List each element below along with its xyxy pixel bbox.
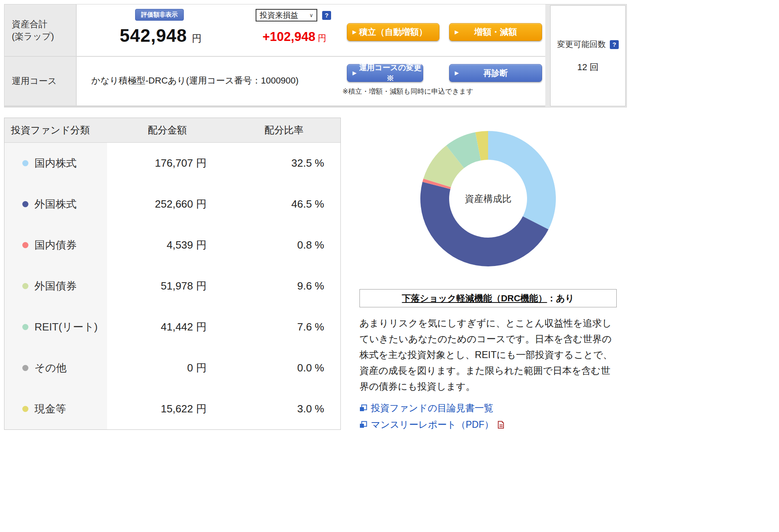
category-label: 国内債券 [34,238,77,252]
change-count-label: 変更可能回数 [557,39,606,50]
asset-composition-chart: 資産構成比 [419,130,557,268]
donut-chart-svg [419,130,557,268]
allocation-amount: 4,539 円 [107,238,228,252]
table-header-row: 投資ファンド分類 配分金額 配分比率 [4,118,340,143]
course-value: かなり積極型-DRCあり(運用コース番号：1000900) [91,75,299,87]
total-asset-value: 542,948 [120,26,187,46]
course-note: ※積立・増額・減額も同時に申込できます [342,87,473,96]
drc-feature-status: ：あり [547,292,574,305]
course-change-button-label: 運用コースの変更※ [358,62,423,84]
change-count-box: 変更可能回数 ? 12 回 [550,5,626,106]
allocation-ratio: 9.6 % [228,280,340,292]
rediagnosis-button-label: 再診断 [484,68,508,79]
category-color-dot [22,160,28,166]
course-description: あまりリスクを気にしすぎずに、とことん収益性を追求していきたいあなたのためのコー… [359,315,617,395]
total-asset-unit: 円 [192,32,202,45]
monthly-report-link[interactable]: マンスリーレポート（PDF） [359,418,617,431]
allocation-amount: 0 円 [107,361,228,375]
document-links: 投資ファンドの目論見書一覧 マンスリーレポート（PDF） [359,402,617,431]
pl-help-icon[interactable]: ? [322,11,331,20]
fund-allocation-table: 投資ファンド分類 配分金額 配分比率 国内株式 176,707 円 32.5 %… [4,118,341,430]
chevron-down-icon: ∨ [309,12,313,18]
category-color-dot [22,406,28,412]
prospectus-link-label: 投資ファンドの目論見書一覧 [371,402,493,414]
prospectus-link[interactable]: 投資ファンドの目論見書一覧 [359,402,617,414]
arrow-right-icon: ▶ [353,29,356,35]
category-label: 外国株式 [34,197,77,211]
table-row: 国内株式 176,707 円 32.5 % [4,143,340,184]
asset-summary-grid: 資産合計 (楽ラップ) 評価額非表示 542,948 円 投資来損益 ∨ ? +… [4,4,545,107]
header-allocation-amount: 配分金額 [107,124,228,137]
change-count-value: 12 回 [577,61,599,73]
allocation-ratio: 32.5 % [228,157,340,169]
allocation-amount: 15,622 円 [107,402,228,416]
arrow-right-icon: ▶ [455,70,458,76]
category-label: その他 [34,361,67,375]
category-label: REIT(リート) [34,320,98,334]
pl-period-selected-value: 投資来損益 [260,10,298,21]
allocation-amount: 51,978 円 [107,279,228,293]
category-color-dot [22,365,28,371]
change-count-help-icon[interactable]: ? [610,40,619,49]
table-row: 外国債券 51,978 円 9.6 % [4,266,340,307]
donut-segment-0 [488,131,556,230]
allocation-amount: 41,442 円 [107,320,228,334]
category-label: 外国債券 [34,279,77,293]
course-content: かなり積極型-DRCあり(運用コース番号：1000900) ▶ 運用コースの変更… [77,57,545,105]
arrow-right-icon: ▶ [353,70,356,76]
table-row: 外国株式 252,660 円 46.5 % [4,184,340,225]
external-window-icon [359,421,367,429]
allocation-ratio: 0.0 % [228,362,340,374]
allocation-ratio: 7.6 % [228,321,340,333]
pdf-file-icon [497,421,504,429]
zougaku-button-label: 増額・減額 [474,26,517,38]
table-row: その他 0 円 0.0 % [4,348,340,388]
allocation-ratio: 46.5 % [228,198,340,210]
external-window-icon [359,404,367,412]
asset-total-content: 評価額非表示 542,948 円 投資来損益 ∨ ? +102,948 円 [77,4,545,56]
category-color-dot [22,242,28,248]
category-label: 現金等 [34,402,66,416]
total-asset-amount: 542,948 円 [120,26,202,46]
rediagnosis-button[interactable]: ▶ 再診断 [449,64,542,82]
category-color-dot [22,324,28,330]
tsumitate-button[interactable]: ▶ 積立（自動増額） [347,23,439,41]
allocation-amount: 252,660 円 [107,197,228,211]
rakuwrap-dashboard: 資産合計 (楽ラップ) 評価額非表示 542,948 円 投資来損益 ∨ ? +… [0,0,779,532]
monthly-report-link-label: マンスリーレポート（PDF） [371,418,494,431]
profit-loss-value: +102,948 [263,30,315,44]
category-color-dot [22,201,28,207]
course-change-button[interactable]: ▶ 運用コースの変更※ [347,64,423,82]
asset-total-label: 資産合計 (楽ラップ) [4,4,76,56]
drc-feature-title: 下落ショック軽減機能（DRC機能） [402,292,547,305]
table-row: REIT(リート) 41,442 円 7.6 % [4,307,340,348]
allocation-amount: 176,707 円 [107,156,228,170]
zougaku-genngaku-button[interactable]: ▶ 増額・減額 [449,23,542,41]
profit-loss-amount: +102,948 円 [263,30,326,44]
category-label: 国内株式 [34,156,77,170]
category-color-dot [22,283,28,289]
course-detail-column: 資産構成比 下落ショック軽減機能（DRC機能）：あり あまりリスクを気にしすぎず… [359,118,617,431]
arrow-right-icon: ▶ [455,29,458,35]
tsumitate-button-label: 積立（自動増額） [359,26,427,38]
hide-valuation-button[interactable]: 評価額非表示 [135,9,184,21]
course-label: 運用コース [4,57,76,105]
table-row: 現金等 15,622 円 3.0 % [4,388,340,429]
pl-period-select[interactable]: 投資来損益 ∨ [256,9,317,21]
allocation-ratio: 0.8 % [228,239,340,251]
asset-summary-panel: 資産合計 (楽ラップ) 評価額非表示 542,948 円 投資来損益 ∨ ? +… [4,4,627,107]
profit-loss-unit: 円 [318,32,326,44]
allocation-ratio: 3.0 % [228,403,340,415]
header-fund-category: 投資ファンド分類 [4,124,107,137]
table-row: 国内債券 4,539 円 0.8 % [4,225,340,266]
drc-feature-box: 下落ショック軽減機能（DRC機能）：あり [359,289,617,307]
header-allocation-ratio: 配分比率 [228,124,340,137]
